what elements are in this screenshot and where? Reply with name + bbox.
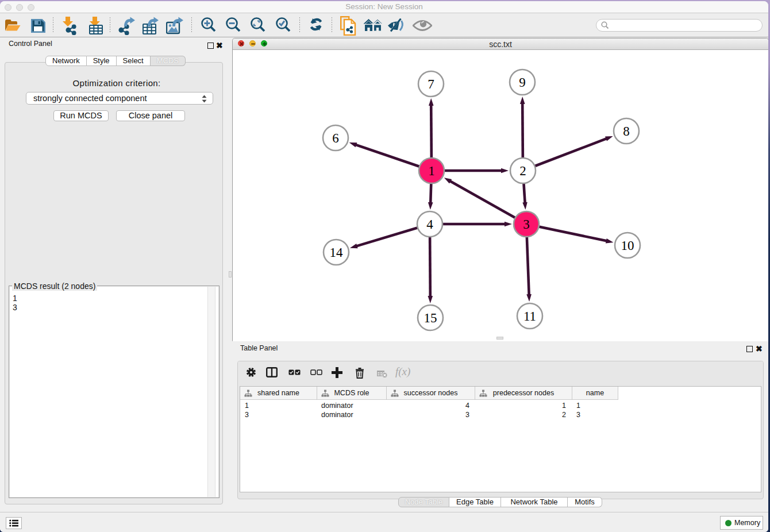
svg-text:2: 2 <box>519 164 526 178</box>
svg-text:9: 9 <box>519 75 526 90</box>
svg-text:7: 7 <box>428 77 434 91</box>
svg-text:1: 1 <box>428 164 435 178</box>
svg-text:4: 4 <box>426 217 433 232</box>
svg-text:15: 15 <box>424 311 437 325</box>
svg-text:3: 3 <box>523 217 530 232</box>
svg-text:14: 14 <box>330 245 344 260</box>
svg-text:6: 6 <box>332 131 339 145</box>
svg-text:11: 11 <box>523 309 536 323</box>
svg-text:10: 10 <box>621 238 634 253</box>
svg-text:8: 8 <box>623 124 630 138</box>
